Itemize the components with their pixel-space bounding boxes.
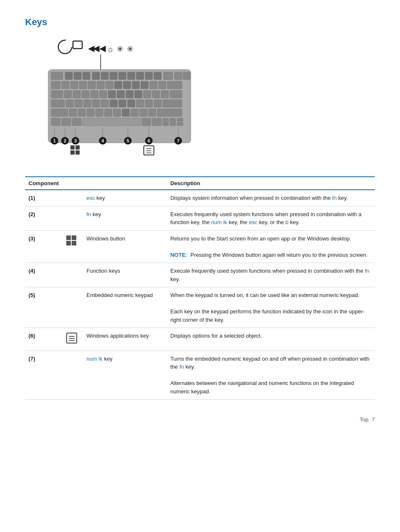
svg-rect-86 <box>170 118 176 126</box>
svg-rect-105 <box>70 150 75 155</box>
component-table: Component Description (1) esc key Displa… <box>25 176 375 400</box>
svg-rect-104 <box>75 145 80 150</box>
svg-rect-80 <box>62 118 71 126</box>
svg-rect-106 <box>75 150 80 155</box>
svg-rect-87 <box>177 118 183 121</box>
svg-point-1 <box>63 40 73 49</box>
svg-rect-55 <box>66 100 73 107</box>
svg-rect-34 <box>123 81 131 89</box>
table-row: (3) Windows button Returns you to the St… <box>25 230 375 263</box>
col-header-component: Component <box>25 177 62 190</box>
row-icon-apps <box>62 328 83 351</box>
svg-rect-78 <box>157 109 182 116</box>
svg-rect-118 <box>66 235 71 240</box>
svg-rect-46 <box>108 90 116 98</box>
svg-rect-74 <box>122 109 130 116</box>
row-name: Windows button <box>83 230 167 263</box>
svg-rect-75 <box>131 109 138 116</box>
svg-rect-122 <box>67 333 77 343</box>
svg-rect-49 <box>135 90 142 98</box>
svg-rect-79 <box>51 118 60 126</box>
keyboard-diagram: ◀ ◀◀ ☼ ✳ ✳ <box>25 35 375 166</box>
row-icon <box>62 351 83 400</box>
keyboard-image: ◀ ◀◀ ☼ ✳ ✳ <box>25 35 201 166</box>
svg-rect-60 <box>110 100 117 107</box>
svg-text:5: 5 <box>127 138 129 143</box>
row-num: (4) <box>25 263 62 287</box>
svg-rect-11 <box>51 72 63 80</box>
row-icon <box>62 287 83 328</box>
svg-text:6: 6 <box>148 138 150 143</box>
svg-rect-35 <box>132 81 140 89</box>
svg-rect-63 <box>136 100 144 107</box>
svg-rect-64 <box>145 100 153 107</box>
row-icon <box>62 206 83 230</box>
col-header-description: Description <box>167 177 375 190</box>
row-desc: Displays system information when pressed… <box>167 190 375 206</box>
svg-rect-71 <box>96 109 103 116</box>
svg-rect-66 <box>163 100 182 107</box>
svg-rect-103 <box>70 145 75 150</box>
row-desc: Execute frequently used system functions… <box>167 263 375 287</box>
row-name: Windows applications key <box>83 328 167 351</box>
table-row: (1) esc key Displays system information … <box>25 190 375 206</box>
svg-rect-52 <box>161 90 169 98</box>
svg-rect-53 <box>170 90 182 98</box>
svg-rect-83 <box>142 118 151 126</box>
svg-rect-41 <box>64 90 72 98</box>
row-num: (1) <box>25 190 62 206</box>
row-desc: Executes frequently used system function… <box>167 206 375 230</box>
svg-rect-51 <box>152 90 160 98</box>
svg-rect-42 <box>73 90 81 98</box>
svg-rect-81 <box>72 118 81 126</box>
svg-rect-62 <box>127 100 135 107</box>
row-icon <box>62 190 83 206</box>
svg-rect-50 <box>143 90 151 98</box>
svg-text:☼: ☼ <box>106 44 114 54</box>
row-num: (2) <box>25 206 62 230</box>
svg-rect-32 <box>106 81 113 89</box>
svg-rect-84 <box>152 118 161 126</box>
svg-rect-17 <box>110 72 117 80</box>
svg-rect-38 <box>158 81 166 89</box>
svg-rect-65 <box>154 100 161 107</box>
row-desc: Returns you to the Start screen from an … <box>167 230 375 263</box>
row-desc: When the keypad is turned on, it can be … <box>167 287 375 328</box>
svg-rect-121 <box>72 241 76 245</box>
svg-rect-58 <box>92 100 100 107</box>
svg-rect-43 <box>82 90 89 98</box>
svg-rect-47 <box>117 90 125 98</box>
svg-rect-73 <box>113 109 121 116</box>
svg-rect-29 <box>79 81 87 89</box>
row-num: (6) <box>25 328 62 351</box>
svg-text:4: 4 <box>101 138 104 143</box>
svg-rect-119 <box>72 235 76 240</box>
svg-rect-12 <box>65 72 73 80</box>
svg-rect-45 <box>99 90 107 98</box>
svg-rect-59 <box>101 100 109 107</box>
row-num: (7) <box>25 351 62 400</box>
row-desc: Displays options for a selected object. <box>167 328 375 351</box>
svg-rect-2 <box>73 41 82 49</box>
row-icon <box>62 263 83 287</box>
svg-rect-107 <box>144 146 154 155</box>
table-row: (7) num lk key Turns the embedded numeri… <box>25 351 375 400</box>
svg-rect-18 <box>119 72 126 80</box>
svg-rect-26 <box>51 81 60 89</box>
table-row: (6) Windows applications key Displays op… <box>25 328 375 351</box>
col-header-icon <box>62 177 83 190</box>
svg-rect-82 <box>83 118 140 126</box>
footer-page-number: 7 <box>372 416 375 423</box>
svg-rect-22 <box>154 72 161 80</box>
svg-rect-30 <box>88 81 96 89</box>
svg-rect-27 <box>62 81 69 89</box>
svg-rect-68 <box>69 109 77 116</box>
svg-rect-36 <box>141 81 148 89</box>
row-name: fn key <box>83 206 167 230</box>
row-name: esc key <box>83 190 167 206</box>
svg-rect-72 <box>104 109 112 116</box>
svg-text:✳: ✳ <box>127 44 134 54</box>
svg-rect-76 <box>140 109 147 116</box>
svg-rect-20 <box>136 72 144 80</box>
svg-rect-57 <box>83 100 91 107</box>
